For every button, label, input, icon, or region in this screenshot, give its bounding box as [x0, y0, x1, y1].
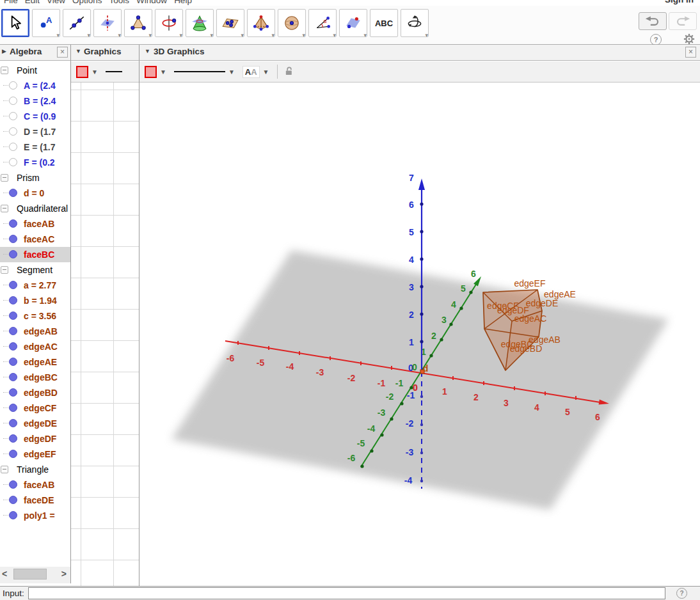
tool-dropdown-arrow-icon[interactable]: ▾	[56, 32, 60, 38]
visibility-toggle[interactable]	[9, 189, 17, 197]
line-style-button[interactable]	[174, 71, 225, 72]
menu-help[interactable]: Help	[174, 0, 192, 5]
algebra-item-c356[interactable]: c = 3.56	[0, 308, 70, 324]
algebra-item-a277[interactable]: a = 2.77	[0, 278, 70, 293]
visibility-toggle[interactable]	[9, 511, 17, 519]
scroll-right-arrow[interactable]: >	[61, 569, 67, 579]
tool-text-button[interactable]: ABC	[370, 9, 398, 37]
algebra-item-edgecf[interactable]: edgeCF	[0, 400, 70, 416]
visibility-toggle[interactable]	[9, 112, 17, 120]
algebra-item-faceac[interactable]: faceAC	[0, 232, 70, 247]
3d-scene[interactable]: -6-5-4-3-2-10123456123456-1-2-3-4-5-6765…	[139, 83, 700, 586]
tool-angle-button[interactable]: α▾	[308, 9, 337, 37]
visibility-toggle[interactable]	[9, 373, 17, 381]
3d-view[interactable]: -6-5-4-3-2-10123456123456-1-2-3-4-5-6765…	[139, 83, 700, 586]
tool-pyramid-button[interactable]: ▾	[247, 9, 275, 37]
visibility-toggle[interactable]	[9, 358, 17, 366]
visibility-toggle[interactable]	[9, 281, 17, 289]
visibility-toggle[interactable]	[9, 127, 17, 136]
help-button[interactable]: ?	[650, 34, 662, 45]
algebra-item-edgeac[interactable]: edgeAC	[0, 339, 70, 354]
tool-circle-axis-button[interactable]: ▾	[155, 9, 183, 37]
collapse-button[interactable]	[1, 466, 8, 473]
menu-edit[interactable]: Edit	[25, 0, 40, 5]
visibility-toggle[interactable]	[9, 480, 17, 489]
algebra-category-point[interactable]: Point	[0, 63, 70, 78]
tool-sphere-button[interactable]: ▾	[278, 9, 306, 37]
tool-plane-button[interactable]: ▾	[216, 9, 244, 37]
tool-cone-button[interactable]: ▾	[186, 9, 214, 37]
tool-move-button[interactable]	[1, 9, 29, 37]
graphics-grid[interactable]	[71, 83, 139, 586]
menu-tools[interactable]: Tools	[109, 0, 130, 5]
tool-dropdown-arrow-icon[interactable]: ▾	[271, 32, 274, 38]
menu-window[interactable]: Window	[136, 0, 167, 5]
menu-file[interactable]: File	[4, 0, 18, 5]
graphics-menu-arrow-icon[interactable]: ▼	[76, 48, 81, 54]
visibility-toggle[interactable]	[9, 81, 17, 90]
algebra-item-a24[interactable]: A = (2.4	[0, 78, 70, 93]
tool-dropdown-arrow-icon[interactable]: ▾	[333, 32, 336, 38]
close-algebra-button[interactable]: ×	[57, 47, 68, 58]
undo-button[interactable]	[639, 12, 667, 30]
tool-line-button[interactable]: ▾	[63, 9, 91, 37]
tool-dropdown-arrow-icon[interactable]: ▾	[179, 32, 182, 38]
visibility-toggle[interactable]	[9, 143, 17, 151]
visibility-toggle[interactable]	[9, 219, 17, 228]
scroll-left-arrow[interactable]: <	[2, 569, 7, 579]
line-style-button[interactable]	[106, 71, 122, 72]
menu-options[interactable]: Options	[72, 0, 102, 5]
graphics3d-menu-arrow-icon[interactable]: ▼	[145, 48, 150, 54]
algebra-collapse-arrow-icon[interactable]: ▶	[2, 48, 6, 54]
label-dropdown-arrow-icon[interactable]: ▼	[263, 68, 269, 75]
visibility-toggle[interactable]	[9, 250, 17, 258]
algebra-item-edgeae[interactable]: edgeAE	[0, 354, 70, 370]
algebra-item-edgeef[interactable]: edgeEF	[0, 446, 70, 462]
algebra-item-edgebc[interactable]: edgeBC	[0, 370, 70, 385]
label-style-button[interactable]: AA	[243, 66, 260, 78]
visibility-toggle[interactable]	[9, 419, 17, 427]
tool-dropdown-arrow-icon[interactable]: ▾	[87, 32, 90, 38]
sign-in-link[interactable]: Sign in	[665, 0, 694, 4]
visibility-toggle[interactable]	[9, 235, 17, 243]
visibility-toggle[interactable]	[9, 342, 17, 351]
input-field[interactable]	[28, 587, 665, 599]
algebra-item-e17[interactable]: E = (1.7	[0, 139, 70, 155]
input-help-button[interactable]: ?	[676, 588, 687, 599]
tool-dropdown-arrow-icon[interactable]: ▾	[363, 32, 367, 38]
algebra-item-facebc[interactable]: faceBC	[0, 247, 70, 262]
algebra-item-faceab[interactable]: faceAB	[0, 216, 70, 232]
algebra-item-edgede[interactable]: edgeDE	[0, 416, 70, 431]
unlock-icon[interactable]	[284, 65, 295, 79]
visibility-toggle[interactable]	[9, 496, 17, 504]
tool-polygon-button[interactable]: ▾	[124, 9, 152, 37]
algebra-item-edgedf[interactable]: edgeDF	[0, 431, 70, 446]
tool-dropdown-arrow-icon[interactable]: ▾	[425, 32, 428, 38]
visibility-toggle[interactable]	[9, 450, 17, 458]
algebra-category-triangle[interactable]: Triangle	[0, 462, 70, 477]
menu-view[interactable]: View	[47, 0, 65, 5]
algebra-item-facede[interactable]: faceDE	[0, 493, 70, 508]
collapse-button[interactable]	[1, 67, 8, 74]
color-swatch-button[interactable]	[76, 66, 88, 78]
color-dropdown-arrow-icon[interactable]: ▼	[160, 68, 166, 75]
algebra-item-d17[interactable]: D = (1.7	[0, 124, 70, 139]
algebra-item-edgebd[interactable]: edgeBD	[0, 385, 70, 400]
collapse-button[interactable]	[1, 174, 8, 182]
visibility-toggle[interactable]	[9, 388, 17, 397]
tool-point-button[interactable]: A▾	[32, 9, 60, 37]
algebra-item-b24[interactable]: B = (2.4	[0, 93, 70, 109]
visibility-toggle[interactable]	[9, 312, 17, 320]
visibility-toggle[interactable]	[9, 327, 17, 335]
color-dropdown-arrow-icon[interactable]: ▼	[91, 68, 98, 75]
tool-reflect-button[interactable]: ▾	[339, 9, 367, 37]
algebra-item-faceab[interactable]: faceAB	[0, 477, 70, 493]
line-style-dropdown-arrow-icon[interactable]: ▼	[228, 68, 235, 75]
collapse-button[interactable]	[1, 266, 8, 274]
algebra-item-f02[interactable]: F = (0.2	[0, 155, 70, 170]
redo-button[interactable]	[669, 12, 697, 30]
algebra-item-c09[interactable]: C = (0.9	[0, 109, 70, 124]
visibility-toggle[interactable]	[9, 404, 17, 412]
close-graphics3d-button[interactable]: ×	[685, 47, 696, 58]
algebra-category-segment[interactable]: Segment	[0, 262, 70, 278]
